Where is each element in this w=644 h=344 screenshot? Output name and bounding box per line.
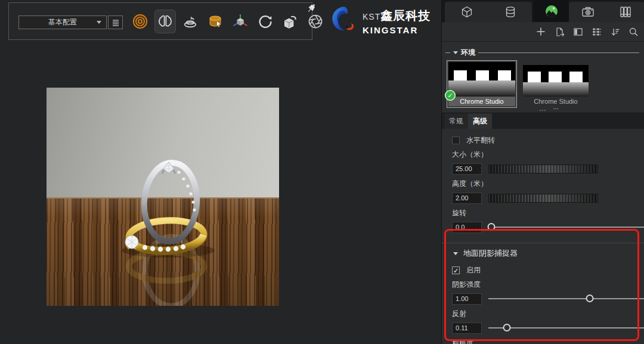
slider-track <box>488 298 644 299</box>
export-button[interactable] <box>554 26 565 37</box>
tab-general[interactable]: 常规 <box>444 113 468 129</box>
move-axes-button[interactable] <box>230 10 251 33</box>
height-slider[interactable] <box>488 194 598 203</box>
concentric-rings-icon <box>132 13 148 30</box>
collapse-triangle-icon <box>453 51 458 54</box>
cube-orientation-button[interactable] <box>280 10 301 33</box>
slider-track <box>488 327 644 328</box>
viewport-3d[interactable]: 基本配置 <box>0 0 441 344</box>
environment-section-title: 环境 <box>461 48 475 58</box>
tab-group-left <box>445 2 532 22</box>
render-rings-graphic <box>47 88 279 306</box>
detail-list-icon <box>592 27 602 37</box>
brand-name-text: KINGSTAR <box>363 25 431 35</box>
reflection-label: 反射 <box>452 309 644 319</box>
render-preview-image <box>47 88 279 306</box>
rotate-button[interactable] <box>255 10 276 33</box>
add-environment-button[interactable] <box>535 26 546 37</box>
brand-kst-text: KST <box>363 12 380 21</box>
environment-thumbnail-image <box>448 62 515 97</box>
material-cylinder-icon <box>504 5 517 18</box>
kingstar-logo-icon <box>327 5 360 38</box>
tool-icon-strip <box>129 10 326 33</box>
move-axes-icon <box>232 13 249 30</box>
tab-scene[interactable] <box>445 2 488 22</box>
shadow-intensity-slider-handle[interactable] <box>586 295 593 302</box>
reflection-slider[interactable] <box>488 322 644 334</box>
tab-library[interactable] <box>607 2 644 22</box>
application-window: 基本配置 <box>0 0 644 344</box>
ground-shadow-section-header[interactable]: 地面阴影捕捉器 <box>453 248 644 259</box>
slider-track <box>488 227 644 228</box>
environment-thumbnail[interactable]: Chrome Studio … <box>523 65 589 110</box>
selected-check-icon: ✓ <box>445 90 456 101</box>
rotation-input[interactable]: 0.0 <box>452 222 482 233</box>
reflection-input[interactable]: 0.11 <box>452 323 482 334</box>
environment-action-bar <box>442 22 644 42</box>
camera-icon <box>581 5 595 19</box>
tab-environment-active[interactable] <box>534 0 569 22</box>
divider <box>445 52 450 53</box>
enable-checkbox[interactable]: ✓ <box>452 266 460 274</box>
shadow-intensity-label: 阴影强度 <box>452 280 644 290</box>
search-button[interactable] <box>628 26 639 37</box>
horizontal-flip-checkbox[interactable] <box>452 137 460 144</box>
size-label: 大小（米） <box>452 150 644 160</box>
rotate-icon <box>257 13 274 30</box>
search-icon <box>628 27 639 37</box>
divider <box>478 52 639 53</box>
size-input[interactable]: 25.00 <box>452 163 482 175</box>
brain-button[interactable] <box>154 10 176 33</box>
height-input[interactable]: 2.00 <box>452 193 482 204</box>
environment-thumbnail-label: Chrome Studio <box>448 97 515 106</box>
sort-button[interactable] <box>609 26 620 37</box>
panel-resize-handle[interactable]: ⋯ <box>442 106 644 114</box>
settings-tab-bar: 常规 高级 <box>442 113 644 129</box>
collapse-triangle-icon <box>453 252 458 255</box>
environment-panel: 环境 Chrome Studio ✓ Chrome Studio … ⋯ <box>441 0 644 344</box>
preset-dropdown-value: 基本配置 <box>48 17 77 27</box>
section-divider <box>442 243 644 243</box>
sort-descending-icon <box>610 27 620 37</box>
pin-icon <box>305 2 318 15</box>
shadow-intensity-input[interactable]: 1.00 <box>452 293 482 305</box>
turntable-icon <box>182 13 199 30</box>
tab-camera[interactable] <box>569 2 607 22</box>
tab-advanced[interactable]: 高级 <box>468 113 492 129</box>
reflection-slider-handle[interactable] <box>503 324 511 331</box>
horizontal-flip-label: 水平翻转 <box>466 135 495 145</box>
detail-list-button[interactable] <box>591 26 602 37</box>
rotation-slider-handle[interactable] <box>488 223 496 231</box>
environment-thumbnail-selected[interactable]: Chrome Studio ✓ <box>447 60 517 108</box>
tab-materials[interactable] <box>488 2 532 22</box>
environment-section-header[interactable]: 环境 <box>442 42 644 60</box>
concentric-rings-button[interactable] <box>129 10 151 33</box>
paint-bucket-button[interactable] <box>205 10 226 33</box>
brand-logo: KST 鑫辰科技 KINGSTAR <box>327 5 431 38</box>
environment-settings: 水平翻转 大小（米） 25.00 高度（米） 2.00 旋转 0.0 <box>442 129 644 344</box>
preset-dropdown[interactable]: 基本配置 <box>18 16 107 29</box>
brand-company-text: 鑫辰科技 <box>380 8 431 24</box>
pin-toolbar-button[interactable] <box>305 2 318 17</box>
rotation-label: 旋转 <box>452 208 644 218</box>
environment-thumbnail-image <box>523 65 589 97</box>
hamburger-lines-icon <box>112 18 120 27</box>
brain-icon <box>157 13 174 30</box>
paint-bucket-icon <box>207 13 224 30</box>
environment-thumbnail-list: Chrome Studio ✓ Chrome Studio … ⋯ <box>442 60 644 113</box>
plus-icon <box>536 27 546 36</box>
roughness-label: 粗糙度 <box>452 338 644 344</box>
rotation-slider[interactable] <box>488 221 644 233</box>
split-view-button[interactable] <box>572 26 583 37</box>
enable-label: 启用 <box>466 265 481 275</box>
cube-orientation-icon <box>282 13 299 30</box>
turntable-button[interactable] <box>179 10 201 33</box>
scene-cube-icon <box>460 5 473 18</box>
shadow-intensity-slider[interactable] <box>488 293 644 305</box>
size-slider[interactable] <box>488 165 598 173</box>
library-icon <box>618 5 633 19</box>
environment-icon <box>544 4 559 18</box>
export-document-icon <box>555 27 565 37</box>
preset-menu-button[interactable] <box>108 16 123 29</box>
floating-toolbar: 基本配置 <box>8 2 312 40</box>
